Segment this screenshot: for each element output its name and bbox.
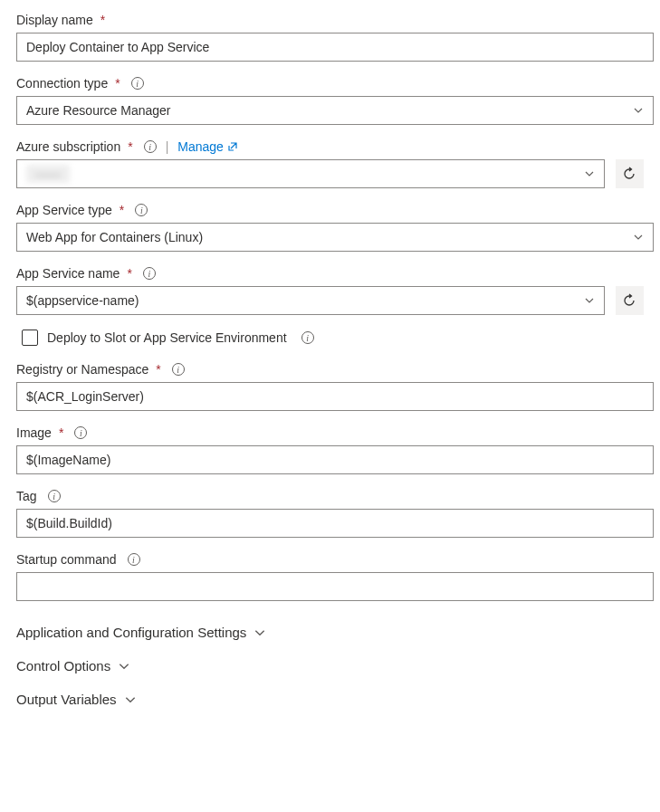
required-asterisk: * bbox=[120, 203, 124, 217]
chevron-down-icon bbox=[118, 660, 130, 673]
image-input[interactable] bbox=[16, 445, 654, 474]
azure-subscription-value: —— bbox=[26, 165, 70, 183]
tag-input[interactable] bbox=[16, 509, 654, 538]
connection-type-value: Azure Resource Manager bbox=[26, 103, 171, 118]
chevron-down-icon bbox=[124, 693, 137, 706]
section-output-variables[interactable]: Output Variables bbox=[16, 683, 644, 716]
azure-subscription-dropdown[interactable]: —— bbox=[16, 159, 605, 188]
info-icon[interactable]: i bbox=[128, 553, 140, 566]
required-asterisk: * bbox=[127, 266, 131, 281]
refresh-subscription-button[interactable] bbox=[616, 159, 644, 188]
info-icon[interactable]: i bbox=[172, 363, 185, 376]
required-asterisk: * bbox=[100, 13, 105, 27]
connection-type-label: Connection type bbox=[16, 76, 108, 91]
chevron-down-icon bbox=[584, 168, 595, 179]
section-control-options[interactable]: Control Options bbox=[16, 649, 644, 683]
refresh-icon bbox=[622, 293, 636, 308]
startup-command-label: Startup command bbox=[16, 552, 117, 567]
info-icon[interactable]: i bbox=[74, 426, 87, 439]
registry-input[interactable] bbox=[16, 382, 654, 411]
section-app-config[interactable]: Application and Configuration Settings bbox=[16, 616, 644, 649]
app-service-type-dropdown[interactable]: Web App for Containers (Linux) bbox=[16, 223, 654, 252]
info-icon[interactable]: i bbox=[131, 77, 144, 90]
deploy-slot-checkbox[interactable] bbox=[22, 330, 38, 346]
app-service-type-label: App Service type bbox=[16, 203, 112, 217]
info-icon[interactable]: i bbox=[48, 490, 61, 502]
info-icon[interactable]: i bbox=[143, 267, 156, 280]
info-icon[interactable]: i bbox=[144, 140, 157, 153]
app-service-type-value: Web App for Containers (Linux) bbox=[26, 230, 203, 244]
registry-label: Registry or Namespace bbox=[16, 362, 148, 377]
display-name-input[interactable] bbox=[16, 33, 654, 62]
azure-subscription-label: Azure subscription bbox=[16, 139, 120, 154]
info-icon[interactable]: i bbox=[301, 331, 314, 344]
tag-label: Tag bbox=[16, 489, 37, 503]
chevron-down-icon bbox=[633, 232, 644, 243]
image-label: Image bbox=[16, 425, 52, 440]
display-name-label: Display name bbox=[16, 13, 93, 27]
refresh-icon bbox=[622, 167, 636, 181]
chevron-down-icon bbox=[253, 626, 266, 639]
required-asterisk: * bbox=[115, 76, 120, 91]
required-asterisk: * bbox=[128, 139, 132, 154]
refresh-appservice-button[interactable] bbox=[616, 286, 644, 315]
chevron-down-icon bbox=[633, 105, 644, 116]
startup-command-input[interactable] bbox=[16, 572, 654, 601]
app-service-name-dropdown[interactable]: $(appservice-name) bbox=[16, 286, 605, 315]
required-asterisk: * bbox=[59, 425, 63, 440]
manage-link[interactable]: Manage bbox=[177, 139, 238, 154]
required-asterisk: * bbox=[156, 362, 160, 377]
app-service-name-value: $(appservice-name) bbox=[26, 293, 139, 308]
chevron-down-icon bbox=[584, 295, 595, 306]
deploy-slot-label: Deploy to Slot or App Service Environmen… bbox=[47, 330, 287, 345]
external-link-icon bbox=[227, 141, 238, 152]
connection-type-dropdown[interactable]: Azure Resource Manager bbox=[16, 96, 654, 125]
app-service-name-label: App Service name bbox=[16, 266, 120, 281]
separator: | bbox=[166, 139, 169, 154]
info-icon[interactable]: i bbox=[135, 204, 148, 216]
